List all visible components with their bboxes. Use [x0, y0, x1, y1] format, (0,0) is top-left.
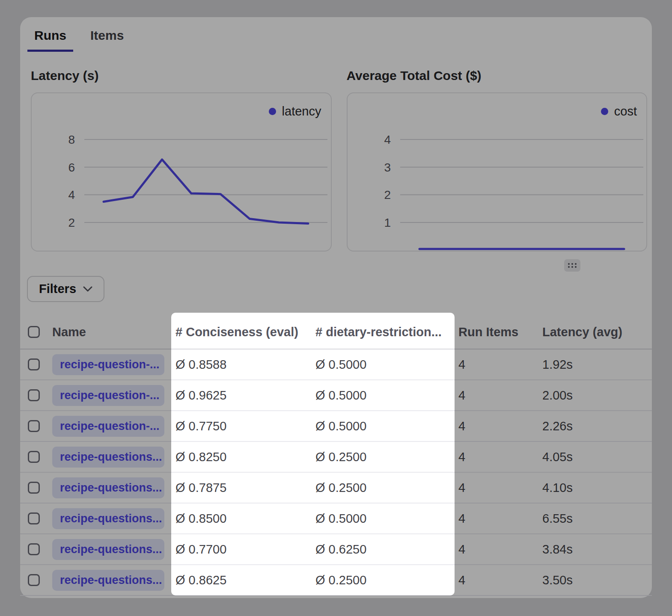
dietary-value: Ø 0.5000 — [315, 358, 458, 372]
row-checkbox[interactable] — [28, 420, 40, 432]
dietary-value: Ø 0.5000 — [315, 419, 458, 433]
run-name-badge[interactable]: recipe-question-... — [52, 385, 164, 406]
latency-chart: latency 2468 — [31, 92, 332, 252]
cost-chart-title: Average Total Cost ($) — [347, 68, 648, 83]
table-row: recipe-question-... Ø 0.7750 Ø 0.5000 4 … — [20, 411, 652, 442]
table-row: recipe-question-... Ø 0.9625 Ø 0.5000 4 … — [20, 380, 652, 411]
charts-row: Latency (s) latency 2468 Average Total C… — [31, 68, 647, 252]
tab-bar: Runs Items — [27, 28, 131, 52]
row-checkbox[interactable] — [28, 512, 40, 524]
run-items-value: 4 — [458, 358, 542, 372]
dietary-value: Ø 0.6250 — [315, 542, 458, 557]
runs-panel: Runs Items Latency (s) latency 2468 Aver… — [20, 17, 652, 598]
svg-text:8: 8 — [68, 133, 75, 146]
conciseness-value: Ø 0.8588 — [175, 358, 315, 372]
svg-text:3: 3 — [384, 161, 391, 174]
dietary-value: Ø 0.5000 — [315, 388, 458, 403]
cost-chart: cost 1234 — [347, 92, 648, 252]
grip-dots-icon — [568, 263, 577, 268]
latency-legend-label: latency — [282, 104, 321, 118]
conciseness-value: Ø 0.8625 — [175, 573, 315, 587]
svg-text:4: 4 — [68, 188, 75, 201]
conciseness-value: Ø 0.7700 — [175, 542, 315, 557]
latency-chart-section: Latency (s) latency 2468 — [31, 68, 332, 252]
dietary-value: Ø 0.2500 — [315, 450, 458, 464]
filters-button[interactable]: Filters — [27, 276, 104, 302]
latency-value: 4.05s — [542, 450, 652, 464]
table-row: recipe-questions... Ø 0.8625 Ø 0.2500 4 … — [20, 565, 652, 596]
row-checkbox[interactable] — [28, 574, 40, 586]
table-row: recipe-questions... Ø 0.7700 Ø 0.6250 4 … — [20, 534, 652, 565]
dietary-value: Ø 0.2500 — [315, 573, 458, 587]
cost-legend[interactable]: cost — [601, 104, 637, 118]
table-row: recipe-questions... Ø 0.8500 Ø 0.5000 4 … — [20, 503, 652, 534]
run-items-value: 4 — [458, 481, 542, 495]
column-header-conciseness[interactable]: # Conciseness (eval) — [175, 325, 315, 339]
run-items-value: 4 — [458, 419, 542, 433]
cost-legend-dot-icon — [601, 108, 608, 115]
run-name-badge[interactable]: recipe-question-... — [52, 354, 164, 375]
latency-value: 6.55s — [542, 512, 652, 526]
svg-text:4: 4 — [384, 133, 391, 146]
dietary-value: Ø 0.5000 — [315, 512, 458, 526]
row-checkbox[interactable] — [28, 358, 40, 370]
column-header-dietary[interactable]: # dietary-restriction... — [315, 325, 458, 339]
column-header-latency[interactable]: Latency (avg) — [542, 325, 652, 339]
latency-value: 4.10s — [542, 481, 652, 495]
dietary-value: Ø 0.2500 — [315, 481, 458, 495]
run-name-badge[interactable]: recipe-questions... — [52, 570, 164, 591]
tab-items[interactable]: Items — [83, 28, 131, 52]
conciseness-value: Ø 0.9625 — [175, 388, 315, 403]
cost-chart-section: Average Total Cost ($) cost 1234 — [347, 68, 648, 252]
conciseness-value: Ø 0.7875 — [175, 481, 315, 495]
table-row: recipe-questions... Ø 0.7875 Ø 0.2500 4 … — [20, 473, 652, 503]
row-checkbox[interactable] — [28, 389, 40, 401]
cost-legend-label: cost — [614, 104, 637, 118]
tab-runs[interactable]: Runs — [27, 28, 73, 52]
run-items-value: 4 — [458, 573, 542, 587]
conciseness-value: Ø 0.8500 — [175, 512, 315, 526]
latency-value: 2.26s — [542, 419, 652, 433]
latency-legend[interactable]: latency — [269, 104, 321, 118]
table-body: recipe-question-... Ø 0.8588 Ø 0.5000 4 … — [20, 349, 652, 596]
conciseness-value: Ø 0.8250 — [175, 450, 315, 464]
column-header-name[interactable]: Name — [52, 325, 175, 339]
table-row: recipe-questions... Ø 0.8250 Ø 0.2500 4 … — [20, 442, 652, 473]
svg-text:6: 6 — [68, 161, 75, 174]
run-items-value: 4 — [458, 388, 542, 403]
latency-value: 3.84s — [542, 542, 652, 557]
table-row: recipe-question-... Ø 0.8588 Ø 0.5000 4 … — [20, 349, 652, 380]
latency-value: 1.92s — [542, 358, 652, 372]
select-all-checkbox[interactable] — [28, 326, 40, 338]
chevron-down-icon — [83, 286, 92, 292]
run-items-value: 4 — [458, 450, 542, 464]
latency-value: 2.00s — [542, 388, 652, 403]
row-checkbox[interactable] — [28, 543, 40, 555]
latency-legend-dot-icon — [269, 108, 276, 115]
svg-text:1: 1 — [384, 216, 391, 229]
latency-value: 3.50s — [542, 573, 652, 587]
run-items-value: 4 — [458, 542, 542, 557]
runs-table: Name # Conciseness (eval) # dietary-rest… — [20, 315, 652, 596]
page: Runs Items Latency (s) latency 2468 Aver… — [0, 0, 672, 616]
filters-button-label: Filters — [39, 282, 76, 296]
svg-text:2: 2 — [68, 216, 75, 229]
row-checkbox[interactable] — [28, 451, 40, 463]
row-checkbox[interactable] — [28, 482, 40, 494]
run-name-badge[interactable]: recipe-questions... — [52, 477, 164, 498]
run-items-value: 4 — [458, 512, 542, 526]
conciseness-value: Ø 0.7750 — [175, 419, 315, 433]
resize-handle-icon[interactable] — [564, 259, 580, 272]
table-header-row: Name # Conciseness (eval) # dietary-rest… — [20, 315, 652, 349]
svg-text:2: 2 — [384, 188, 391, 201]
run-name-badge[interactable]: recipe-questions... — [52, 447, 164, 468]
run-name-badge[interactable]: recipe-questions... — [52, 508, 164, 529]
column-header-run-items[interactable]: Run Items — [458, 325, 542, 339]
latency-chart-title: Latency (s) — [31, 68, 332, 83]
run-name-badge[interactable]: recipe-questions... — [52, 539, 164, 560]
run-name-badge[interactable]: recipe-question-... — [52, 416, 164, 437]
